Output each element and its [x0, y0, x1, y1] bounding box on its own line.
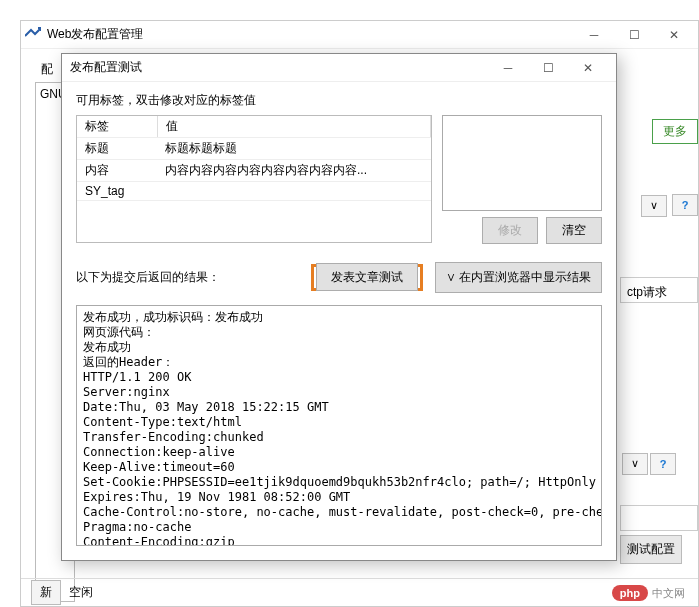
- help-button-2[interactable]: ?: [650, 453, 676, 475]
- cell-key: SY_tag: [77, 182, 157, 201]
- help-icon: ?: [682, 199, 689, 211]
- dialog-body: 可用标签，双击修改对应的标签值 标签 值 标题 标题标题标题: [62, 82, 616, 560]
- dialog-close-button[interactable]: ✕: [568, 54, 608, 82]
- dialog-window-controls: ─ ☐ ✕: [488, 54, 608, 82]
- dialog-title: 发布配置测试: [70, 59, 488, 76]
- cell-key: 标题: [77, 138, 157, 160]
- col-header-key[interactable]: 标签: [77, 116, 157, 138]
- submit-result-label: 以下为提交后返回的结果：: [76, 269, 220, 286]
- tags-table[interactable]: 标签 值 标题 标题标题标题 内容 内容内容内容内容内容内容内容内容...: [76, 115, 432, 243]
- table-row[interactable]: SY_tag: [77, 182, 431, 201]
- more-button[interactable]: 更多: [652, 119, 698, 144]
- modify-button[interactable]: 修改: [482, 217, 538, 244]
- clear-button[interactable]: 清空: [546, 217, 602, 244]
- cell-key: 内容: [77, 160, 157, 182]
- cell-val: 标题标题标题: [157, 138, 431, 160]
- parent-tab-config[interactable]: 配: [35, 59, 59, 80]
- tag-value-textarea[interactable]: [442, 115, 602, 211]
- dialog-maximize-button[interactable]: ☐: [528, 54, 568, 82]
- result-output[interactable]: 发布成功，成功标识码：发布成功 网页源代码： 发布成功 返回的Header： H…: [76, 305, 602, 546]
- parent-window-title: Web发布配置管理: [47, 26, 574, 43]
- tags-hint-label: 可用标签，双击修改对应的标签值: [76, 92, 602, 109]
- tags-right-col: 修改 清空: [442, 115, 602, 244]
- parent-maximize-button[interactable]: ☐: [614, 21, 654, 49]
- ctp-request-field: ctp请求: [620, 277, 698, 303]
- cell-val: [157, 182, 431, 201]
- col-header-val[interactable]: 值: [157, 116, 431, 138]
- parent-minimize-button[interactable]: ─: [574, 21, 614, 49]
- table-row[interactable]: 内容 内容内容内容内容内容内容内容内容...: [77, 160, 431, 182]
- chevron-down-icon: ∨: [650, 199, 658, 212]
- dialog-minimize-button[interactable]: ─: [488, 54, 528, 82]
- side-row-2: ∨ ?: [620, 453, 698, 475]
- dialog-titlebar: 发布配置测试 ─ ☐ ✕: [62, 54, 616, 82]
- idle-status: 空闲: [69, 584, 93, 601]
- parent-close-button[interactable]: ✕: [654, 21, 694, 49]
- parent-bottom-bar: 新 空闲: [21, 578, 698, 606]
- parent-titlebar: Web发布配置管理 ─ ☐ ✕: [21, 21, 698, 49]
- app-icon: [25, 27, 41, 43]
- parent-window-controls: ─ ☐ ✕: [574, 21, 694, 49]
- publish-test-dialog: 发布配置测试 ─ ☐ ✕ 可用标签，双击修改对应的标签值 标签 值: [61, 53, 617, 561]
- watermark: php 中文网: [612, 585, 685, 601]
- chevron-down-icon: ∨: [631, 457, 639, 470]
- dropdown-toggle-1[interactable]: ∨: [641, 195, 667, 217]
- dropdown-toggle-2[interactable]: ∨: [622, 453, 648, 475]
- submit-row: 以下为提交后返回的结果： 发表文章测试 ∨ 在内置浏览器中显示结果: [76, 262, 602, 293]
- watermark-cn: 中文网: [652, 586, 685, 601]
- test-config-button[interactable]: 测试配置: [620, 535, 682, 564]
- help-icon: ?: [660, 458, 667, 470]
- parent-side-right: 更多 ∨ ? ctp请求 ∨ ?: [620, 119, 698, 564]
- tags-top-row: 标签 值 标题 标题标题标题 内容 内容内容内容内容内容内容内容内容...: [76, 115, 602, 244]
- watermark-php: php: [612, 585, 648, 601]
- publish-test-highlight: 发表文章测试: [311, 264, 423, 291]
- show-in-browser-button[interactable]: ∨ 在内置浏览器中显示结果: [435, 262, 602, 293]
- cell-val: 内容内容内容内容内容内容内容内容...: [157, 160, 431, 182]
- ctp-request-label: ctp请求: [627, 284, 667, 296]
- new-button[interactable]: 新: [31, 580, 61, 605]
- table-row[interactable]: 标题 标题标题标题: [77, 138, 431, 160]
- publish-article-test-button[interactable]: 发表文章测试: [316, 263, 418, 291]
- help-button-1[interactable]: ?: [672, 194, 698, 216]
- side-input-box[interactable]: [620, 505, 698, 531]
